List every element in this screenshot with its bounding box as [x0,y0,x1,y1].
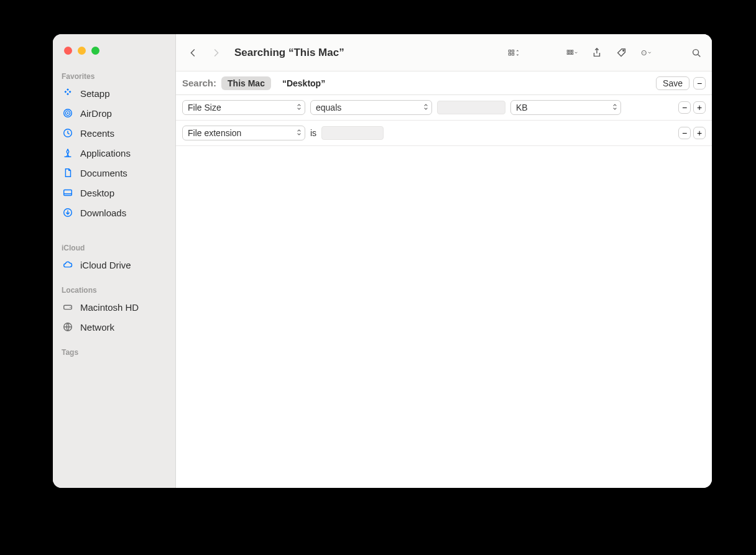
downloads-icon [62,206,74,219]
svg-point-28 [693,49,699,55]
scope-this-mac[interactable]: This Mac [221,76,271,90]
sidebar-item-label: AirDrop [80,108,112,119]
svg-rect-18 [569,50,571,51]
forward-button[interactable] [206,43,226,63]
share-button[interactable] [589,43,605,63]
hard-drive-icon [62,301,74,313]
select-value: File extension [188,128,241,138]
sidebar-item-setapp[interactable]: Setapp [53,83,175,103]
setapp-icon [62,87,74,99]
svg-point-26 [643,52,644,53]
search-scope-bar: Search: This Mac “Desktop” Save − [176,71,712,95]
main-content: Searching “This Mac” [176,34,712,488]
fullscreen-window-button[interactable] [91,47,99,55]
sidebar-item-label: Setapp [80,88,110,99]
select-value: KB [516,103,528,112]
chevron-updown-icon [423,104,428,111]
criteria-value-input[interactable] [437,101,505,114]
window-controls [53,40,175,68]
sidebar-item-documents[interactable]: Documents [53,163,175,183]
criteria-operator-label: is [310,128,316,138]
svg-point-27 [645,52,645,53]
svg-rect-19 [571,50,573,51]
criteria-attribute-select[interactable]: File extension [182,126,305,140]
add-criteria-button[interactable]: + [693,101,706,114]
criteria-attribute-select[interactable]: File Size [182,100,305,115]
svg-point-25 [643,52,643,53]
sidebar-item-network[interactable]: Network [53,317,175,337]
collapse-criteria-button[interactable]: − [693,77,706,89]
sidebar-item-recents[interactable]: Recents [53,123,175,143]
results-area [176,146,712,488]
sidebar-item-desktop[interactable]: Desktop [53,183,175,203]
svg-point-11 [70,307,70,308]
group-by-button[interactable] [564,43,580,63]
criteria-value-input[interactable] [321,126,384,140]
document-icon [62,167,74,179]
svg-rect-17 [567,50,568,51]
sidebar: Favorites Setapp AirDrop Recents Applica… [53,34,176,488]
remove-criteria-button[interactable]: − [678,127,691,139]
criteria-unit-select[interactable]: KB [510,100,621,115]
chevron-updown-icon [612,104,617,111]
tags-button[interactable] [614,43,630,63]
sidebar-item-label: Macintosh HD [80,302,139,313]
sidebar-item-downloads[interactable]: Downloads [53,203,175,222]
scope-desktop[interactable]: “Desktop” [276,76,331,90]
svg-rect-13 [509,50,510,52]
sidebar-section-favorites: Favorites [53,68,175,83]
svg-rect-15 [509,53,510,55]
globe-icon [62,321,74,333]
sidebar-item-airdrop[interactable]: AirDrop [53,103,175,123]
sidebar-item-label: Recents [80,128,114,139]
minimize-window-button[interactable] [78,47,86,55]
airdrop-icon [62,107,74,119]
svg-point-23 [623,50,624,51]
cloud-icon [62,259,74,271]
back-button[interactable] [183,43,203,63]
sidebar-section-locations: Locations [53,282,175,297]
remove-criteria-button[interactable]: − [678,101,691,114]
view-mode-button[interactable] [505,43,522,63]
svg-rect-3 [67,93,69,95]
svg-rect-20 [567,53,568,54]
actions-menu-button[interactable] [638,43,655,63]
search-button[interactable] [688,43,704,63]
window-title: Searching “This Mac” [234,47,344,59]
desktop-icon [62,186,74,199]
svg-rect-16 [512,53,514,55]
criteria-row: File extension is − + [176,121,712,146]
save-search-button[interactable]: Save [656,76,689,90]
sidebar-item-icloud-drive[interactable]: iCloud Drive [53,255,175,275]
svg-rect-0 [67,88,69,91]
criteria-operator-select[interactable]: equals [310,100,432,115]
svg-rect-22 [571,53,573,54]
sidebar-item-label: Documents [80,168,127,178]
sidebar-section-tags: Tags [53,344,175,359]
toolbar-right [505,43,704,63]
svg-rect-14 [512,50,514,52]
svg-point-6 [67,112,69,114]
sidebar-item-applications[interactable]: Applications [53,143,175,163]
search-label: Search: [182,78,216,88]
select-value: equals [316,103,341,112]
svg-rect-8 [64,190,72,196]
sidebar-item-label: iCloud Drive [80,260,131,270]
chevron-updown-icon [297,104,302,111]
svg-rect-2 [69,91,71,93]
clock-icon [62,127,74,139]
applications-icon [62,147,74,159]
toolbar: Searching “This Mac” [176,34,712,71]
close-window-button[interactable] [64,47,72,55]
add-criteria-button[interactable]: + [693,127,706,139]
sidebar-item-label: Downloads [80,208,126,218]
chevron-updown-icon [297,129,302,137]
select-value: File Size [188,103,221,112]
sidebar-item-label: Network [80,322,114,333]
sidebar-item-macintosh-hd[interactable]: Macintosh HD [53,297,175,317]
sidebar-item-label: Desktop [80,188,114,198]
finder-window: Favorites Setapp AirDrop Recents Applica… [53,34,712,488]
svg-rect-1 [64,91,67,93]
criteria-row: File Size equals KB − + [176,95,712,121]
svg-rect-21 [569,53,571,54]
